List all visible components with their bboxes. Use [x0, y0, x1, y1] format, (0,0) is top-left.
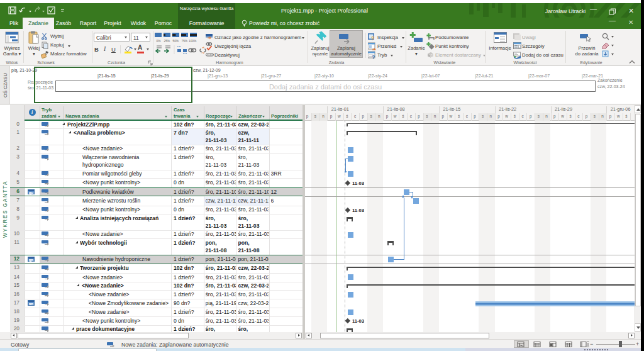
svg-text:75%: 75% — [182, 40, 188, 43]
svg-text:25%: 25% — [164, 40, 170, 43]
svg-text:50%: 50% — [173, 40, 179, 43]
svg-text:?: ? — [371, 35, 375, 41]
svg-text:100%: 100% — [189, 40, 197, 43]
svg-text:?: ? — [372, 54, 375, 60]
svg-text:0%: 0% — [157, 40, 162, 43]
